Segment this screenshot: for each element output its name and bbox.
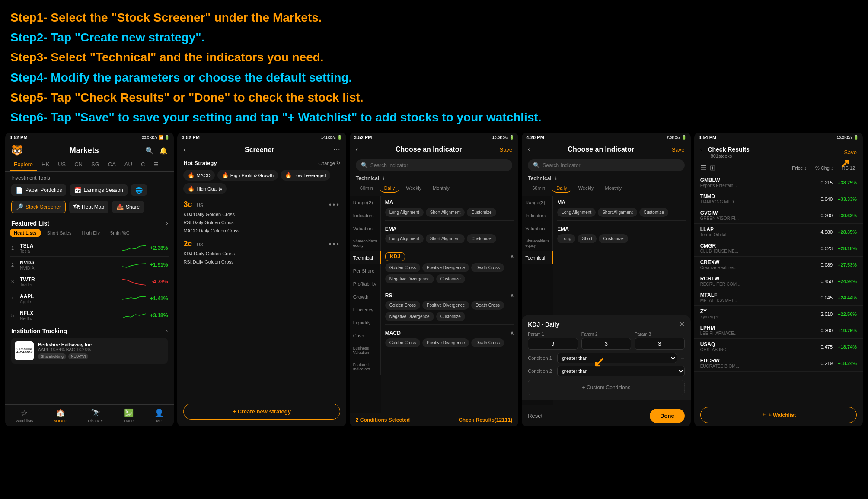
tab-au[interactable]: AU [120, 159, 137, 171]
bell-icon[interactable]: 🔔 [159, 146, 168, 155]
screener-menu-icon[interactable]: ⋯ [333, 146, 340, 154]
cat-valuation-3[interactable]: Valuation [350, 222, 381, 235]
tab-hk[interactable]: HK [37, 159, 54, 171]
search-icon[interactable]: 🔍 [145, 146, 154, 155]
chip-macd-pos-div[interactable]: Positive Divergence [422, 338, 469, 347]
back-icon-4[interactable]: ‹ [528, 146, 530, 153]
col-chg[interactable]: % Chg ↕ [815, 165, 833, 171]
chip-rsi-death[interactable]: Death Cross [471, 301, 504, 310]
chip-rsi-customize[interactable]: Customize [436, 312, 465, 321]
nav-trade[interactable]: 💹 Trade [124, 408, 134, 423]
indicator-search-bar-4[interactable]: 🔍 [528, 159, 684, 171]
institution-arrow[interactable]: › [166, 328, 168, 334]
chip-kdj-golden[interactable]: Golden Cross [385, 263, 420, 272]
tab-us[interactable]: US [54, 159, 70, 171]
cat-cash-3[interactable]: Cash [350, 329, 381, 342]
tf-weekly-3[interactable]: Weekly [402, 184, 426, 193]
chip-kdj-death[interactable]: Death Cross [471, 263, 504, 272]
chip-ema-short[interactable]: Short Alignment [426, 234, 465, 243]
tf-weekly-4[interactable]: Weekly [574, 184, 598, 193]
cat-valuation-4[interactable]: Valuation [522, 222, 553, 235]
conditions-text-3[interactable]: 2 Conditions Selected [356, 417, 410, 423]
stock-row-nvda[interactable]: 2 NVDA NVIDIA +1.91% [10, 257, 169, 273]
result-cmgr[interactable]: CMGR CLUBHOUSE ME... 0.023 +28.18% [694, 240, 863, 257]
kdj-collapse-icon[interactable]: ∧ [510, 254, 514, 260]
tf-monthly-3[interactable]: Monthly [428, 184, 454, 193]
chip-macd-death[interactable]: Death Cross [471, 338, 504, 347]
tab-explore[interactable]: Explore [10, 159, 37, 171]
tf-monthly-4[interactable]: Monthly [601, 184, 626, 193]
share-btn[interactable]: 📤 Share [112, 201, 144, 213]
chip-rsi-neg-div[interactable]: Negative Divergence [385, 312, 434, 321]
feat-heat-lists[interactable]: Heat Lists [10, 229, 41, 237]
nav-watchlists[interactable]: ☆ Watchlists [16, 408, 33, 423]
done-button[interactable]: Done [650, 409, 685, 423]
chip-ma-long[interactable]: Long Alignment [385, 208, 424, 217]
cat-shareholder-3[interactable]: Shareholder's equity [350, 235, 381, 251]
cat-range-3[interactable]: Range(2) [350, 196, 381, 209]
tab-menu[interactable]: ☰ [149, 159, 163, 171]
chip-kdj-pos-div[interactable]: Positive Divergence [422, 263, 469, 272]
nav-me[interactable]: 👤 Me [154, 408, 164, 423]
chip-ema-customize[interactable]: Customize [467, 234, 496, 243]
col-price[interactable]: Price ↕ [792, 165, 807, 171]
paper-portfolios-btn[interactable]: 📄 Paper Portfolios [11, 184, 66, 196]
save-button-3[interactable]: Save [500, 146, 513, 153]
kdj-close-btn[interactable]: ✕ [679, 320, 685, 328]
chip-kdj-neg-div[interactable]: Negative Divergence [385, 274, 434, 283]
cat-featured-3[interactable]: Featured Indicators [350, 359, 381, 375]
back-icon-5[interactable]: ‹ [700, 146, 702, 153]
list-icon[interactable]: ☰ [700, 164, 706, 172]
save-button-5[interactable]: Save [844, 149, 857, 156]
stock-screener-btn[interactable]: 🔎 Stock Screener [11, 201, 66, 213]
global-btn[interactable]: 🌐 [131, 184, 147, 196]
reset-button[interactable]: Reset [528, 413, 542, 419]
indicator-search-bar[interactable]: 🔍 [356, 159, 512, 171]
macd-collapse[interactable]: ∧ [510, 330, 514, 336]
result-usaq[interactable]: USAQ QHSLAB INC 0.475 +18.74% [694, 339, 863, 355]
tab-sg[interactable]: SG [87, 159, 104, 171]
chip-ema-long[interactable]: Long Alignment [385, 234, 424, 243]
param-input-3[interactable] [635, 338, 684, 350]
create-new-strategy-button[interactable]: + Create new strategy [183, 404, 340, 420]
result-mtalf[interactable]: MTALF METALLICA MET... 0.045 +24.44% [694, 289, 863, 306]
chip-kdj-customize[interactable]: Customize [436, 274, 465, 283]
param-input-1[interactable] [528, 338, 578, 350]
result-llap[interactable]: LLAP Terran Orbital 4.980 +28.35% [694, 224, 863, 240]
result-crexw[interactable]: CREXW Creative Realities... 0.089 +27.53… [694, 257, 863, 273]
grid-icon[interactable]: ⊞ [710, 164, 715, 172]
cat-growth-3[interactable]: Growth [350, 290, 381, 303]
cat-indicators-3[interactable]: Indicators [350, 209, 381, 222]
feat-short-sales[interactable]: Short Sales [43, 229, 76, 237]
cat-business-3[interactable]: Business Valuation [350, 342, 381, 359]
feat-high-div[interactable]: High Div [77, 229, 104, 237]
cat-liquidity-3[interactable]: Liquidity [350, 316, 381, 329]
feat-5min[interactable]: 5min %C [106, 229, 134, 237]
tab-c[interactable]: C [137, 159, 149, 171]
chip-ema-cust-4[interactable]: Customize [599, 234, 628, 243]
check-results-button-3[interactable]: Check Results(12111) [459, 417, 512, 423]
stock-row-aapl[interactable]: 4 AAPL Apple +1.41% [10, 290, 169, 307]
custom-conditions-button[interactable]: + Custom Conditions [528, 380, 684, 395]
chip-ma-short-4[interactable]: Short Alignment [598, 208, 637, 217]
chip-rsi-golden[interactable]: Golden Cross [385, 301, 420, 310]
param-input-2[interactable] [581, 338, 631, 350]
cat-indicators-4[interactable]: Indicators [522, 209, 553, 222]
chip-macd-golden[interactable]: Golden Cross [385, 338, 420, 347]
nav-discover[interactable]: 🔭 Discover [88, 408, 103, 423]
strategy-low-leveraged[interactable]: 🔥 Low Leveraged [281, 170, 330, 181]
change-button[interactable]: Change ↻ [318, 160, 340, 166]
result-tnmd[interactable]: TNMD TIANRONG MED ... 0.040 +33.33% [694, 191, 863, 207]
cat-shareholder-4[interactable]: Shareholder's equity [522, 235, 553, 251]
group-dots-2c[interactable]: ••• [329, 240, 340, 248]
chip-ma-customize[interactable]: Customize [467, 208, 496, 217]
strategy-high-quality[interactable]: 🔥 High Quality [183, 183, 227, 194]
result-lphm[interactable]: LPHM LEE PHARMACE... 0.300 +19.75% [694, 322, 863, 339]
featured-arrow[interactable]: › [166, 220, 168, 226]
cat-profitability-3[interactable]: Profitability [350, 277, 381, 290]
heat-map-btn[interactable]: 🗺 Heat Map [69, 201, 108, 213]
chip-rsi-pos-div[interactable]: Positive Divergence [422, 301, 469, 310]
group-dots-3c[interactable]: ••• [329, 201, 340, 209]
stock-row-twtr[interactable]: 3 TWTR Twitter -4.73% [10, 273, 169, 290]
cond2-select[interactable]: greater than less than [557, 366, 684, 376]
